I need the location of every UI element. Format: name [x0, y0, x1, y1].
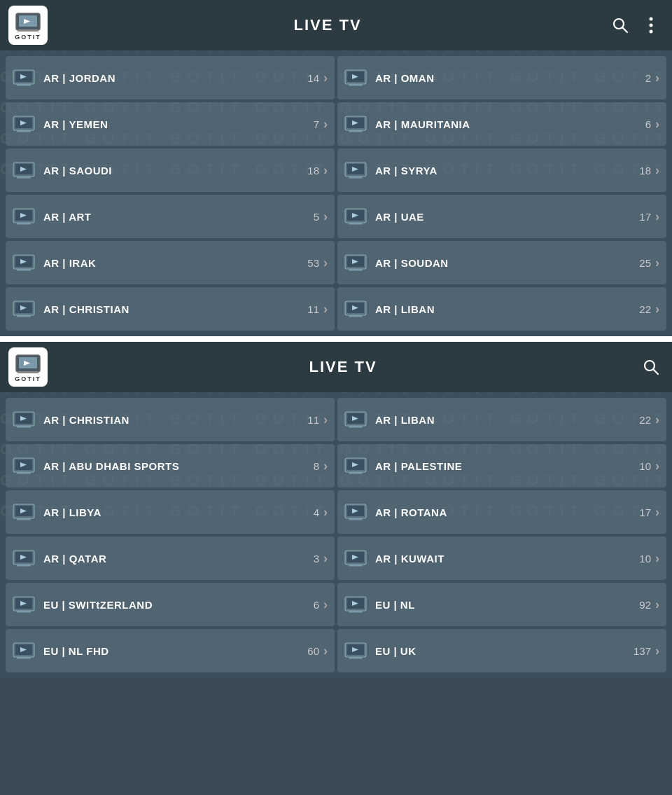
chevron-icon: ›	[655, 256, 659, 270]
chevron-icon: ›	[655, 551, 659, 566]
channel-count: 18	[639, 165, 651, 177]
channel-item[interactable]: AR | SAOUDI 18 ›	[6, 148, 335, 192]
svg-rect-110	[349, 657, 363, 659]
header-title-top: LIVE TV	[293, 16, 361, 34]
channel-count: 92	[639, 599, 651, 611]
chevron-icon: ›	[655, 597, 659, 612]
content-bottom: AR | CHRISTIAN 11 › AR | LIBAN 22 ›	[0, 392, 672, 678]
channel-count: 7	[314, 118, 319, 130]
svg-rect-40	[349, 223, 363, 225]
chevron-icon: ›	[323, 302, 328, 317]
channel-count: 10	[639, 553, 651, 565]
chevron-icon: ›	[323, 163, 328, 178]
channel-item[interactable]: AR | KUWAIT 10 ›	[337, 537, 666, 580]
channel-count: 18	[307, 165, 319, 177]
svg-rect-59	[18, 371, 38, 373]
channel-item[interactable]: AR | LIBAN 22 ›	[337, 287, 666, 331]
svg-line-5	[623, 28, 628, 33]
channel-count: 22	[639, 414, 651, 426]
channel-item[interactable]: AR | QATAR 3 ›	[6, 537, 335, 580]
channel-count: 17	[639, 211, 651, 223]
chevron-icon: ›	[323, 597, 328, 612]
channel-name: AR | OMAN	[375, 72, 645, 84]
svg-rect-44	[17, 269, 31, 271]
chevron-icon: ›	[655, 505, 659, 520]
channel-count: 14	[307, 72, 319, 84]
channel-name: AR | MAURITANIA	[375, 118, 645, 130]
channel-name: AR | CHRISTIAN	[43, 414, 307, 426]
svg-rect-82	[17, 518, 31, 520]
channel-name: AR | LIBYA	[43, 506, 314, 518]
channel-item[interactable]: AR | ABU DHABI SPORTS 8 ›	[6, 444, 335, 488]
channel-name: AR | SAOUDI	[43, 165, 307, 177]
chevron-icon: ›	[323, 256, 328, 270]
channel-name: AR | UAE	[375, 211, 639, 223]
channel-item[interactable]: AR | CHRISTIAN 11 ›	[6, 287, 335, 331]
channel-name: AR | LIBAN	[375, 303, 639, 315]
channel-item[interactable]: EU | SWITtZERLAND 6 ›	[6, 583, 335, 626]
channel-name: AR | KUWAIT	[375, 553, 639, 565]
svg-point-6	[650, 18, 653, 21]
more-button-top[interactable]	[638, 13, 664, 38]
channel-item[interactable]: AR | SOUDAN 25 ›	[337, 241, 666, 284]
chevron-icon: ›	[655, 644, 659, 658]
channel-name: AR | YEMEN	[43, 118, 314, 130]
channel-item[interactable]: AR | LIBAN 22 ›	[337, 398, 666, 441]
chevron-icon: ›	[655, 209, 659, 224]
channel-item[interactable]: AR | LIBYA 4 ›	[6, 490, 335, 534]
channel-name: AR | ART	[43, 211, 314, 223]
channel-item[interactable]: AR | YEMEN 7 ›	[6, 102, 335, 146]
search-button-bottom[interactable]	[638, 354, 664, 380]
channel-name: AR | IRAK	[43, 257, 307, 269]
channel-name: AR | SOUDAN	[375, 257, 639, 269]
logo[interactable]: GOTIT	[8, 6, 48, 45]
channel-name: AR | ABU DHABI SPORTS	[43, 460, 314, 472]
svg-rect-66	[17, 426, 31, 428]
channel-name: EU | NL FHD	[43, 645, 307, 657]
chevron-icon: ›	[655, 71, 659, 85]
section-top: GOTIT LIVE TV	[0, 0, 672, 336]
channel-count: 3	[314, 553, 319, 565]
channel-item[interactable]: AR | UAE 17 ›	[337, 195, 666, 238]
channel-item[interactable]: AR | MAURITANIA 6 ›	[337, 102, 666, 146]
svg-rect-20	[17, 130, 31, 132]
chevron-icon: ›	[323, 413, 328, 427]
header-icons-bottom	[638, 354, 664, 380]
svg-rect-28	[17, 177, 31, 179]
channel-count: 8	[314, 460, 319, 472]
chevron-icon: ›	[323, 644, 328, 658]
header-top: GOTIT LIVE TV	[0, 0, 672, 50]
channel-name: AR | QATAR	[43, 553, 314, 565]
channel-grid-top: AR | JORDAN 14 › AR | OMAN 2 ›	[6, 56, 666, 331]
channel-item[interactable]: AR | CHRISTIAN 11 ›	[6, 398, 335, 441]
channel-item[interactable]: EU | UK 137 ›	[337, 629, 666, 672]
channel-item[interactable]: EU | NL FHD 60 ›	[6, 629, 335, 672]
channel-count: 11	[307, 414, 319, 426]
svg-rect-94	[349, 565, 363, 567]
svg-rect-106	[17, 657, 31, 659]
channel-count: 17	[639, 506, 651, 518]
channel-item[interactable]: AR | OMAN 2 ›	[337, 56, 666, 99]
svg-point-7	[650, 24, 653, 27]
channel-count: 137	[634, 645, 651, 657]
chevron-icon: ›	[323, 505, 328, 520]
channel-item[interactable]: AR | JORDAN 14 ›	[6, 56, 335, 99]
chevron-icon: ›	[323, 459, 328, 473]
svg-rect-48	[349, 269, 363, 271]
chevron-icon: ›	[323, 71, 328, 85]
chevron-icon: ›	[655, 459, 659, 473]
svg-rect-52	[17, 315, 31, 317]
channel-item[interactable]: EU | NL 92 ›	[337, 583, 666, 626]
search-button-top[interactable]	[608, 13, 633, 38]
channel-item[interactable]: AR | ROTANA 17 ›	[337, 490, 666, 534]
channel-count: 22	[639, 303, 651, 315]
chevron-icon: ›	[323, 551, 328, 566]
svg-point-8	[650, 30, 653, 34]
channel-item[interactable]: AR | SYRYA 18 ›	[337, 148, 666, 192]
channel-item[interactable]: AR | IRAK 53 ›	[6, 241, 335, 284]
channel-name: AR | ROTANA	[375, 506, 639, 518]
channel-item[interactable]: AR | ART 5 ›	[6, 195, 335, 238]
channel-item[interactable]: AR | PALESTINE 10 ›	[337, 444, 666, 488]
channel-name: AR | CHRISTIAN	[43, 303, 307, 315]
logo-bottom[interactable]: GOTIT	[8, 347, 48, 387]
